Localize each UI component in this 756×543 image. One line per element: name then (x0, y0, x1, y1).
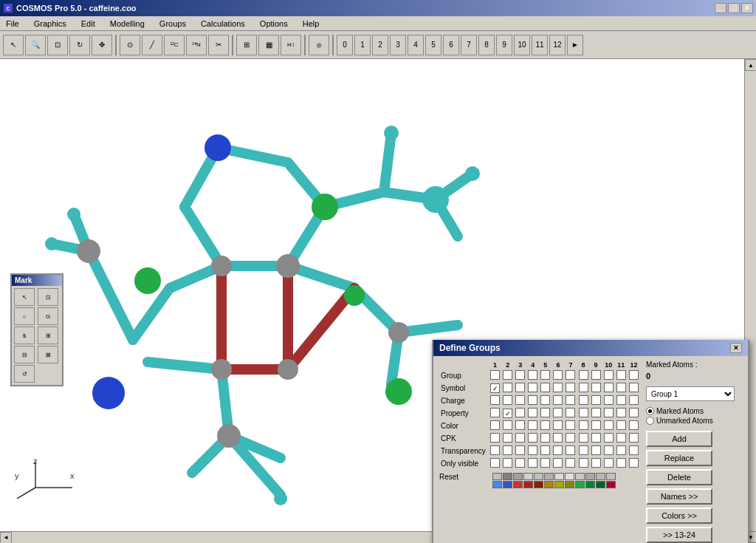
checkbox-property-col12[interactable] (629, 408, 639, 417)
checkbox-property-col1[interactable] (490, 408, 500, 417)
toolbar-nitrogen[interactable]: ¹⁴N (186, 35, 207, 55)
toolbar-grid[interactable]: ▦ (258, 35, 279, 55)
swatch-12[interactable] (492, 481, 502, 488)
toolbar-num-10[interactable]: 10 (514, 35, 530, 55)
checkbox-only visible-col11[interactable] (616, 458, 626, 468)
swatch-22[interactable] (596, 481, 605, 488)
checkbox-transparency-col10[interactable] (604, 445, 614, 455)
radio-unmarked[interactable]: Unmarked Atoms (646, 417, 742, 425)
swatch-20[interactable] (575, 481, 585, 488)
toolbar-num-7[interactable]: 7 (461, 35, 477, 55)
menu-calculations[interactable]: Calculations (198, 18, 248, 30)
checkbox-transparency-col12[interactable] (629, 445, 639, 455)
checkbox-only visible-col7[interactable] (566, 458, 575, 468)
checkbox-cpk-col1[interactable] (490, 433, 500, 443)
swatch-13[interactable] (503, 481, 512, 488)
checkbox-property-col8[interactable] (579, 408, 588, 417)
toolbar-more-nums[interactable]: ► (567, 35, 583, 55)
checkbox-cpk-col5[interactable] (540, 433, 550, 443)
mark-btn-grid3[interactable]: ⊠ (38, 346, 58, 363)
swatch-4[interactable] (534, 473, 543, 480)
swatch-5[interactable] (544, 473, 554, 480)
checkbox-symbol-col1[interactable] (490, 383, 500, 393)
checkbox-property-col5[interactable] (540, 408, 550, 417)
menu-groups[interactable]: Groups (157, 18, 189, 30)
checkbox-property-col10[interactable] (604, 408, 614, 417)
mark-btn-g[interactable]: G (38, 307, 58, 325)
checkbox-transparency-col3[interactable] (515, 445, 525, 455)
swatch-19[interactable] (565, 481, 574, 488)
swatch-11[interactable] (606, 473, 616, 480)
checkbox-only visible-col10[interactable] (604, 458, 614, 468)
toolbar-select[interactable]: ↖ (3, 35, 24, 55)
checkbox-property-col11[interactable] (616, 408, 626, 417)
menu-edit[interactable]: Edit (78, 18, 98, 30)
checkbox-only visible-col6[interactable] (553, 458, 563, 468)
checkbox-symbol-col2[interactable] (503, 383, 512, 392)
swatch-6[interactable] (554, 473, 564, 480)
toolbar-carbon[interactable]: ¹²C (164, 35, 185, 55)
toolbar-num-9[interactable]: 9 (496, 35, 512, 55)
checkbox-property-col6[interactable] (553, 408, 563, 417)
toolbar-num-0[interactable]: 0 (337, 35, 353, 55)
checkbox-charge-col2[interactable] (503, 395, 512, 405)
checkbox-color-col8[interactable] (579, 420, 588, 430)
checkbox-group-col10[interactable] (604, 370, 614, 380)
checkbox-transparency-col11[interactable] (616, 445, 626, 455)
swatch-17[interactable] (544, 481, 554, 488)
checkbox-group-col4[interactable] (528, 370, 537, 380)
toolbar-atom[interactable]: ⊙ (120, 35, 140, 55)
toolbar-num-8[interactable]: 8 (478, 35, 495, 55)
toolbar-num-11[interactable]: 11 (532, 35, 548, 55)
checkbox-charge-col8[interactable] (579, 395, 588, 405)
swatch-16[interactable] (534, 481, 543, 488)
checkbox-only visible-col9[interactable] (591, 458, 601, 468)
checkbox-group-col9[interactable] (591, 370, 601, 380)
checkbox-cpk-col10[interactable] (604, 433, 614, 443)
checkbox-cpk-col11[interactable] (616, 433, 626, 443)
checkbox-only visible-col12[interactable] (629, 458, 639, 468)
menu-graphics[interactable]: Graphics (31, 18, 69, 30)
checkbox-symbol-col8[interactable] (579, 383, 588, 392)
mark-btn-rect[interactable]: ⊡ (38, 288, 58, 306)
group-dropdown[interactable]: Group 1 Group 2 Group 3 Group 4 (646, 386, 735, 401)
checkbox-group-col8[interactable] (579, 370, 588, 380)
checkbox-cpk-col12[interactable] (629, 433, 639, 443)
close-btn[interactable]: ✕ (741, 3, 753, 13)
checkbox-property-col2[interactable] (503, 409, 512, 418)
checkbox-symbol-col9[interactable] (591, 383, 601, 392)
swatch-1[interactable] (503, 473, 512, 480)
mark-btn-circle[interactable]: ○ (14, 307, 35, 325)
toolbar-bond[interactable]: ╱ (142, 35, 162, 55)
checkbox-color-col10[interactable] (604, 420, 614, 430)
checkbox-transparency-col2[interactable] (503, 445, 512, 455)
checkbox-property-col3[interactable] (515, 408, 525, 417)
checkbox-color-col5[interactable] (540, 420, 550, 430)
scroll-up-btn[interactable]: ▲ (745, 59, 756, 71)
checkbox-color-col4[interactable] (528, 420, 537, 430)
swatch-7[interactable] (565, 473, 574, 480)
checkbox-charge-col7[interactable] (566, 395, 575, 405)
checkbox-group-col7[interactable] (566, 370, 575, 380)
names-btn[interactable]: Names >> (646, 488, 712, 505)
toolbar-num-12[interactable]: 12 (549, 35, 566, 55)
more-btn[interactable]: >> 13-24 (646, 527, 712, 543)
toolbar-h[interactable]: H↕ (281, 35, 301, 55)
checkbox-cpk-col3[interactable] (515, 433, 525, 443)
swatch-8[interactable] (575, 473, 585, 480)
checkbox-transparency-col6[interactable] (553, 445, 563, 455)
minimize-btn[interactable]: _ (715, 3, 726, 13)
toolbar-num-4[interactable]: 4 (408, 35, 424, 55)
checkbox-charge-col9[interactable] (591, 395, 601, 405)
dialog-close-btn[interactable]: ✕ (730, 343, 742, 353)
checkbox-cpk-col7[interactable] (566, 433, 575, 443)
checkbox-only visible-col2[interactable] (503, 458, 512, 468)
checkbox-transparency-col7[interactable] (566, 445, 575, 455)
mark-btn-grid2[interactable]: ⊟ (14, 346, 35, 363)
checkbox-cpk-col6[interactable] (553, 433, 563, 443)
delete-btn[interactable]: Delete (646, 469, 712, 485)
checkbox-color-col2[interactable] (503, 420, 512, 430)
checkbox-group-col1[interactable] (490, 370, 500, 380)
replace-btn[interactable]: Replace (646, 450, 712, 466)
checkbox-cpk-col4[interactable] (528, 433, 537, 443)
